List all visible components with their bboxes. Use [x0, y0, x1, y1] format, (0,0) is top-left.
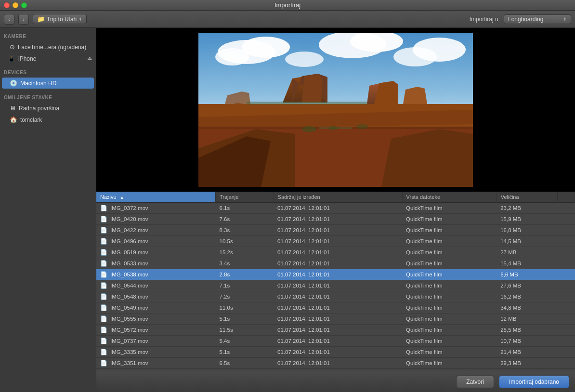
file-type: QuickTime film	[402, 236, 497, 247]
col-type[interactable]: Vrsta datoteke	[402, 192, 497, 203]
file-type: QuickTime film	[402, 347, 497, 358]
file-list-area: Nazivu ▲ Trajanje Sadržaj je izrađen Vrs…	[96, 192, 575, 371]
file-created: 01.07.2014. 12:01:01	[274, 347, 402, 358]
sidebar-item-facetime[interactable]: ⊙ FaceTime...era (ugrađena)	[2, 41, 94, 52]
file-icon: 📄	[100, 216, 107, 222]
back-button[interactable]: ‹	[4, 14, 14, 25]
file-created: 01.07.2014. 12:01:01	[274, 336, 402, 347]
col-size[interactable]: Veličina	[497, 192, 557, 203]
forward-icon: ›	[23, 16, 25, 22]
macintosh-hd-label: Macintosh HD	[20, 80, 56, 87]
import-destination-dropdown[interactable]: Longboarding ⬍	[504, 14, 571, 24]
sidebar-item-tomclark[interactable]: 🏠 tomclark	[2, 114, 94, 125]
folder-selector[interactable]: 📁 Trip to Utah ⬍	[33, 14, 87, 24]
file-extra	[557, 347, 575, 358]
file-size: 21,4 MB	[497, 347, 557, 358]
window-title: Importiraj	[274, 1, 301, 9]
table-row[interactable]: 📄IMG_0420.mov7.6s01.07.2014. 12:01:01Qui…	[96, 214, 575, 225]
import-button[interactable]: Importiraj odabrano	[499, 376, 569, 388]
file-created: 01.07.2014. 12:01:01	[274, 269, 402, 280]
file-name-cell: 📄IMG_0496.mov	[96, 236, 216, 247]
minimize-button[interactable]	[13, 2, 18, 8]
content-area: Nazivu ▲ Trajanje Sadržaj je izrađen Vrs…	[96, 28, 575, 392]
file-type: QuickTime film	[402, 225, 497, 236]
file-type: QuickTime film	[402, 269, 497, 280]
close-button[interactable]	[4, 2, 10, 8]
forward-button[interactable]: ›	[18, 14, 29, 25]
col-created[interactable]: Sadržaj je izrađen	[274, 192, 402, 203]
file-duration: 10.5s	[216, 236, 274, 247]
file-name-cell: 📄IMG_3351.mov	[96, 358, 216, 369]
col-name[interactable]: Nazivu ▲	[96, 192, 216, 203]
file-created: 01.07.2014. 12:01:01	[274, 258, 402, 269]
table-row[interactable]: 📄IMG_0496.mov10.5s01.07.2014. 12:01:01Qu…	[96, 236, 575, 247]
file-type: QuickTime film	[402, 280, 497, 291]
file-size: 12 MB	[497, 314, 557, 325]
cancel-button[interactable]: Zatvori	[456, 376, 494, 388]
file-name: IMG_3335.mov	[110, 349, 148, 355]
file-icon: 📄	[100, 315, 107, 322]
tomclark-label: tomclark	[20, 117, 42, 123]
file-icon: 📄	[100, 338, 107, 344]
eject-icon[interactable]: ⏏	[87, 55, 92, 62]
file-duration: 7.6s	[216, 214, 274, 225]
file-extra	[557, 314, 575, 325]
file-type: QuickTime film	[402, 314, 497, 325]
file-size: 25,5 MB	[497, 325, 557, 336]
file-name: IMG_0549.mov	[110, 305, 148, 311]
file-icon: 📄	[100, 360, 107, 366]
table-row[interactable]: 📄IMG_0422.mov8.3s01.07.2014. 12:01:01Qui…	[96, 225, 575, 236]
desktop-label: Radna površina	[19, 105, 59, 112]
sidebar-item-desktop[interactable]: 🖥 Radna površina	[2, 103, 94, 114]
file-size: 29,3 MB	[497, 358, 557, 369]
table-row[interactable]: 📄IMG_0572.mov11.5s01.07.2014. 12:01:01Qu…	[96, 325, 575, 336]
file-extra	[557, 258, 575, 269]
bottom-bar: Zatvori Importiraj odabrano	[96, 371, 575, 392]
cameras-section-header: KAMERE	[0, 28, 96, 41]
folder-dropdown-arrow: ⬍	[78, 17, 82, 22]
file-created: 01.07.2014. 12:01:01	[274, 314, 402, 325]
file-name: IMG_0420.mov	[110, 216, 148, 222]
file-icon: 📄	[100, 227, 107, 234]
file-table: Nazivu ▲ Trajanje Sadržaj je izrađen Vrs…	[96, 192, 575, 369]
folder-name: Trip to Utah	[47, 16, 77, 23]
file-type: QuickTime film	[402, 203, 497, 214]
file-created: 01.07.2014. 12:01:01	[274, 280, 402, 291]
file-type: QuickTime film	[402, 302, 497, 314]
file-name-cell: 📄IMG_0420.mov	[96, 214, 216, 225]
back-icon: ‹	[8, 16, 10, 22]
file-created: 01.07.2014. 12:01:01	[274, 325, 402, 336]
import-dropdown-arrow: ⬍	[563, 17, 567, 22]
file-duration: 7.1s	[216, 280, 274, 291]
preview-image	[198, 33, 473, 187]
table-row[interactable]: 📄IMG_0737.mov5.4s01.07.2014. 12:01:01Qui…	[96, 336, 575, 347]
table-row[interactable]: 📄IMG_0519.mov15.2s01.07.2014. 12:01:01Qu…	[96, 247, 575, 258]
hd-icon: 💿	[10, 79, 17, 87]
maximize-button[interactable]	[21, 2, 27, 8]
file-duration: 8.3s	[216, 225, 274, 236]
table-row[interactable]: 📄IMG_0533.mov3.4s01.07.2014. 12:01:01Qui…	[96, 258, 575, 269]
sidebar-item-iphone[interactable]: 📱 iPhone ⏏	[0, 53, 96, 64]
file-type: QuickTime film	[402, 247, 497, 258]
file-name-cell: 📄IMG_0549.mov	[96, 302, 216, 314]
table-row[interactable]: 📄IMG_3335.mov5.1s01.07.2014. 12:01:01Qui…	[96, 347, 575, 358]
file-name-cell: 📄IMG_0548.mov	[96, 291, 216, 302]
table-row[interactable]: 📄IMG_0549.mov11.0s01.07.2014. 12:01:01Qu…	[96, 302, 575, 314]
file-icon: 📄	[100, 271, 107, 278]
file-extra	[557, 325, 575, 336]
table-row[interactable]: 📄IMG_0544.mov7.1s01.07.2014. 12:01:01Qui…	[96, 280, 575, 291]
col-duration[interactable]: Trajanje	[216, 192, 274, 203]
sidebar-item-macintosh-hd[interactable]: 💿 Macintosh HD	[2, 78, 94, 89]
table-row[interactable]: 📄IMG_0538.mov2.8s01.07.2014. 12:01:01Qui…	[96, 269, 575, 280]
file-name: IMG_0496.mov	[110, 238, 148, 244]
favorites-section-header: OMILJENE STAVKE	[0, 89, 96, 102]
title-bar: Importiraj	[0, 0, 575, 11]
table-row[interactable]: 📄IMG_3351.mov6.5s01.07.2014. 12:01:01Qui…	[96, 358, 575, 369]
file-created: 01.07.2014. 12:01:01	[274, 358, 402, 369]
table-row[interactable]: 📄IMG_0555.mov5.1s01.07.2014. 12:01:01Qui…	[96, 314, 575, 325]
file-icon: 📄	[100, 349, 107, 355]
table-row[interactable]: 📄IMG_0548.mov7.2s01.07.2014. 12:01:01Qui…	[96, 291, 575, 302]
table-row[interactable]: 📄IMG_0372.mov6.1s01.07.2014. 12:01:01Qui…	[96, 203, 575, 214]
file-extra	[557, 214, 575, 225]
file-type: QuickTime film	[402, 325, 497, 336]
